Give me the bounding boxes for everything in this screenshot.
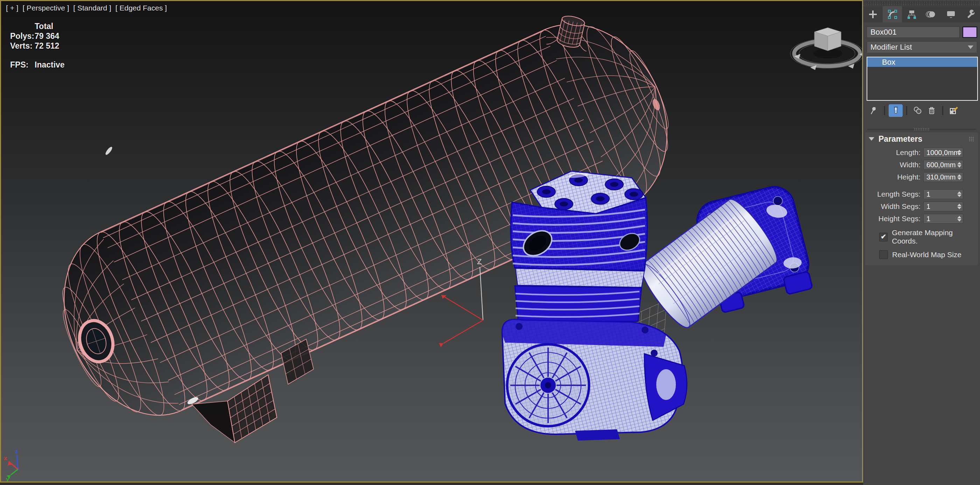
motion-circles-icon [926, 9, 937, 20]
width-segs-input[interactable]: 1 [923, 202, 963, 211]
viewport-shading-style-menu[interactable]: [ Edged Faces ] [116, 4, 167, 12]
length-segs-spinner[interactable] [956, 190, 962, 198]
tab-create[interactable] [863, 6, 883, 22]
wrench-icon [965, 9, 976, 20]
height-segs-row: Height Segs: 1 [865, 213, 974, 224]
height-row: Height: 310,0mm [865, 172, 974, 182]
stats-verts-row: Verts:72 512 [10, 41, 65, 51]
modifier-stack-item-box[interactable]: Box [867, 57, 977, 67]
rollout-splitter[interactable] [867, 129, 976, 130]
world-axis-tripod: zxy [4, 448, 18, 482]
svg-text:z: z [15, 448, 18, 455]
make-unique-button[interactable] [911, 104, 925, 117]
viewport-label-bar: [ + ] [ Perspective ] [ Standard ] [ Edg… [6, 4, 169, 12]
checkbox-empty-icon [879, 250, 888, 259]
generate-mapping-coords-checkbox[interactable]: ✔ Generate Mapping Coords. [879, 229, 978, 245]
show-end-result-icon [891, 106, 900, 116]
show-end-result-button[interactable] [889, 104, 903, 117]
stats-total-header: Total [35, 22, 53, 31]
3dsmax-window: Zzxy [ + ] [ Perspective ] [ Standard ] … [0, 0, 980, 485]
tab-utilities[interactable] [960, 6, 980, 22]
trash-icon [927, 106, 937, 116]
stats-polys-row: Polys:79 364 [10, 31, 65, 41]
perspective-viewport[interactable]: Zzxy [ + ] [ Perspective ] [ Standard ] … [0, 0, 863, 483]
tab-modify[interactable] [883, 6, 902, 22]
svg-text:y: y [6, 476, 10, 482]
svg-text:Z: Z [477, 257, 482, 266]
viewport-bottom-edge [0, 483, 863, 485]
stats-fps-row: FPS:Inactive [10, 60, 65, 70]
length-segs-input[interactable]: 1 [923, 189, 963, 199]
pin-stack-button[interactable] [867, 104, 881, 117]
object-name-row: Box001 [867, 27, 977, 38]
tab-display[interactable] [941, 6, 961, 22]
panel-grip[interactable] [864, 2, 979, 6]
make-unique-icon [913, 106, 923, 116]
modifier-stack-toolbar [867, 103, 978, 118]
remove-modifier-button[interactable] [925, 104, 939, 117]
command-panel-tabs [863, 6, 980, 22]
hierarchy-tree-icon [906, 9, 917, 20]
svg-text:x: x [4, 455, 7, 461]
viewport-canvas[interactable]: Zzxy [1, 1, 862, 482]
object-name-field[interactable]: Box001 [867, 27, 960, 38]
tab-motion[interactable] [921, 6, 941, 22]
chevron-down-icon [968, 46, 974, 49]
length-row: Length: 1000,0mm [865, 147, 974, 157]
display-monitor-icon [945, 9, 956, 20]
viewport-pov-menu[interactable]: [ Perspective ] [22, 4, 69, 12]
length-segs-row: Length Segs: 1 [865, 189, 974, 199]
height-segs-input[interactable]: 1 [923, 214, 963, 224]
parameters-rollout: Parameters Length: 1000,0mm Width: 600,0… [865, 133, 978, 265]
chevron-down-icon [869, 137, 874, 141]
pin-icon [869, 106, 878, 116]
viewport-general-menu[interactable]: [ + ] [6, 4, 19, 12]
compressor-model[interactable] [502, 171, 687, 440]
modifier-list-dropdown[interactable]: Modifier List [867, 41, 977, 53]
command-panel: Box001 Modifier List Box [863, 0, 980, 485]
checkbox-check-icon: ✔ [879, 233, 888, 242]
width-input[interactable]: 600,0mm [923, 160, 963, 170]
real-world-map-size-checkbox[interactable]: Real-World Map Size [879, 250, 978, 259]
tab-hierarchy[interactable] [902, 6, 921, 22]
viewcube[interactable] [790, 28, 862, 70]
height-input[interactable]: 310,0mm [923, 172, 963, 182]
width-row: Width: 600,0mm [865, 159, 974, 170]
height-spinner[interactable] [956, 173, 962, 181]
object-color-swatch[interactable] [963, 27, 977, 38]
modify-arc-icon [887, 9, 898, 20]
viewport-shading-quality-menu[interactable]: [ Standard ] [73, 4, 111, 12]
configure-modifier-sets-icon [949, 106, 959, 116]
width-spinner[interactable] [956, 161, 962, 169]
modifier-stack[interactable]: Box [867, 57, 978, 101]
parameters-rollout-header[interactable]: Parameters [865, 133, 978, 145]
configure-modifier-sets-button[interactable] [947, 104, 961, 117]
length-spinner[interactable] [956, 149, 962, 156]
plus-icon [867, 9, 878, 20]
length-input[interactable]: 1000,0mm [923, 148, 963, 157]
rollout-drag-icon [969, 137, 974, 142]
viewport-statistics: Total Polys:79 364 Verts:72 512 FPS:Inac… [10, 21, 65, 70]
width-segs-row: Width Segs: 1 [865, 201, 974, 211]
width-segs-spinner[interactable] [956, 203, 962, 210]
height-segs-spinner[interactable] [956, 215, 962, 223]
